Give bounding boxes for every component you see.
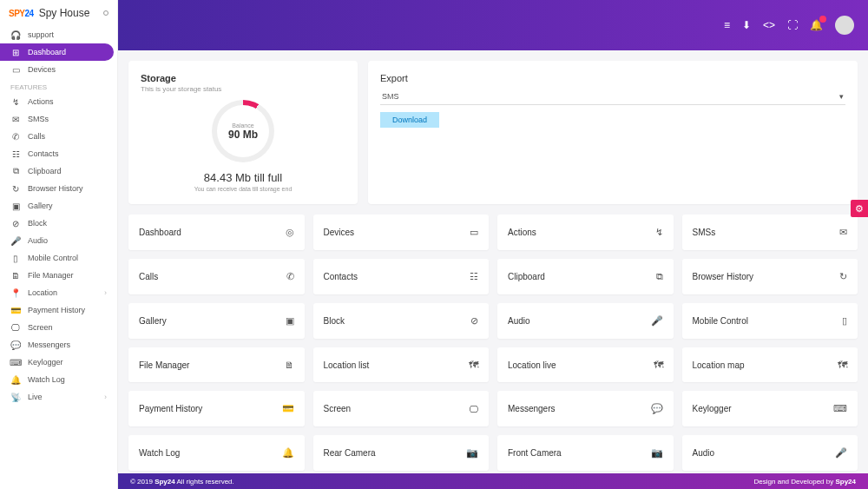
devices-icon: ▭ — [10, 64, 21, 75]
download-icon[interactable]: ⬇ — [742, 19, 751, 31]
chevron-right-icon: › — [104, 288, 107, 297]
actions-icon: ↯ — [655, 227, 663, 238]
sidebar-item-calls[interactable]: ✆Calls — [0, 128, 117, 145]
tile-label: Actions — [508, 228, 536, 237]
tile-actions[interactable]: Actions↯ — [497, 215, 674, 250]
sidebar-item-clipboard[interactable]: ⧉Clipboard — [0, 162, 117, 180]
clipboard-icon: ⧉ — [656, 271, 663, 282]
sidebar-item-messengers[interactable]: 💬Messengers — [0, 336, 117, 354]
location-icon: 📍 — [10, 287, 21, 298]
sidebar-item-support[interactable]: 🎧 support — [0, 26, 117, 43]
smss-icon: ✉ — [10, 114, 21, 124]
sidebar-item-keylogger[interactable]: ⌨Keylogger — [0, 354, 117, 371]
tile-label: Watch Log — [139, 448, 180, 458]
rear-camera-icon: 📷 — [466, 447, 478, 459]
gear-icon: ⚙ — [855, 203, 864, 215]
sidebar-item-smss[interactable]: ✉SMSs — [0, 110, 117, 128]
footer-right: Design and Developed by Spy24 — [754, 478, 856, 486]
sidebar-item-screen[interactable]: 🖵Screen — [0, 319, 117, 336]
bell-icon[interactable]: 🔔 — [810, 19, 823, 31]
avatar[interactable] — [835, 16, 854, 35]
settings-fab[interactable]: ⚙ — [851, 200, 868, 217]
tile-label: Dashboard — [139, 228, 181, 237]
sidebar-item-contacts[interactable]: ☷Contacts — [0, 145, 117, 162]
tile-screen[interactable]: Screen🖵 — [313, 391, 490, 426]
storage-card: Storage This is your storage status Bala… — [128, 61, 358, 204]
tile-watch-log[interactable]: Watch Log🔔 — [128, 435, 305, 471]
tile-label: Payment History — [139, 404, 202, 413]
sidebar-item-label: Watch Log — [28, 375, 65, 384]
sidebar-item-browser-history[interactable]: ↻Browser History — [0, 180, 117, 197]
tile-block[interactable]: Block⊘ — [313, 303, 490, 339]
sidebar-section-features: FEATURES — [0, 78, 117, 93]
export-card: Export SMS ▾ Download — [368, 61, 858, 204]
export-select[interactable]: SMS ▾ — [380, 89, 845, 105]
fullscreen-icon[interactable]: ⛶ — [787, 19, 798, 31]
tile-location-list[interactable]: Location list🗺 — [313, 347, 490, 382]
tile-file-manager[interactable]: File Manager🗎 — [128, 347, 305, 382]
dashboard-icon: ⊞ — [10, 47, 21, 57]
tile-label: Keylogger — [693, 404, 732, 413]
tile-audio[interactable]: Audio🎤 — [682, 435, 858, 471]
tile-smss[interactable]: SMSs✉ — [682, 215, 858, 250]
tile-devices[interactable]: Devices▭ — [313, 215, 490, 250]
tile-calls[interactable]: Calls✆ — [128, 259, 305, 294]
calls-icon: ✆ — [286, 271, 294, 282]
sidebar-item-label: Mobile Control — [28, 254, 78, 262]
flag-icon[interactable]: ≡ — [724, 19, 730, 31]
tile-gallery[interactable]: Gallery▣ — [128, 303, 305, 339]
sidebar-item-location[interactable]: 📍Location› — [0, 284, 117, 301]
sidebar-item-actions[interactable]: ↯Actions — [0, 93, 117, 110]
location-live-icon: 🗺 — [654, 360, 663, 370]
tile-browser-history[interactable]: Browser History↻ — [682, 259, 858, 294]
tile-keylogger[interactable]: Keylogger⌨ — [682, 391, 858, 426]
dashboard-icon: ◎ — [286, 227, 294, 238]
tile-clipboard[interactable]: Clipboard⧉ — [497, 259, 674, 294]
chevron-right-icon: › — [104, 393, 107, 401]
sidebar-item-devices[interactable]: ▭Devices — [0, 61, 117, 78]
tile-label: Screen — [324, 404, 352, 413]
block-icon: ⊘ — [470, 315, 478, 327]
sidebar-item-live[interactable]: 📡Live› — [0, 388, 117, 406]
tile-dashboard[interactable]: Dashboard◎ — [128, 215, 305, 250]
tile-location-map[interactable]: Location map🗺 — [682, 347, 858, 382]
tile-payment-history[interactable]: Payment History💳 — [128, 391, 305, 426]
tile-label: Block — [324, 316, 345, 326]
sidebar-item-watch-log[interactable]: 🔔Watch Log — [0, 371, 117, 388]
gallery-icon: ▣ — [10, 201, 21, 211]
sidebar-item-dashboard[interactable]: ⊞Dashboard — [0, 43, 114, 61]
sidebar-item-payment-history[interactable]: 💳Payment History — [0, 301, 117, 319]
gallery-icon: ▣ — [286, 315, 294, 327]
sidebar-item-label: Block — [28, 219, 47, 228]
sidebar-item-label: Keylogger — [28, 358, 63, 367]
sidebar-item-mobile-control[interactable]: ▯Mobile Control — [0, 249, 117, 267]
contacts-icon: ☷ — [470, 271, 478, 282]
tile-front-camera[interactable]: Front Camera📷 — [497, 435, 674, 471]
tile-contacts[interactable]: Contacts☷ — [313, 259, 490, 294]
tile-mobile-control[interactable]: Mobile Control▯ — [682, 303, 858, 339]
tile-label: Mobile Control — [693, 316, 748, 326]
collapse-icon[interactable] — [103, 10, 108, 16]
code-icon[interactable]: <> — [763, 19, 775, 31]
file-manager-icon: 🗎 — [10, 270, 21, 281]
sidebar-item-label: Calls — [28, 132, 45, 141]
sidebar: SPY24 Spy House 🎧 support ⊞Dashboard▭Dev… — [0, 0, 118, 489]
tile-location-live[interactable]: Location live🗺 — [497, 347, 674, 382]
actions-icon: ↯ — [10, 96, 21, 107]
logo-row[interactable]: SPY24 Spy House — [0, 0, 117, 26]
sidebar-item-label: Screen — [28, 323, 53, 332]
tile-messengers[interactable]: Messengers💬 — [497, 391, 674, 426]
tile-audio[interactable]: Audio🎤 — [497, 303, 674, 339]
watch-log-icon: 🔔 — [282, 447, 294, 459]
audio-icon: 🎤 — [651, 315, 663, 327]
sidebar-item-gallery[interactable]: ▣Gallery — [0, 197, 117, 215]
download-button[interactable]: Download — [380, 112, 439, 128]
storage-title: Storage — [141, 73, 345, 83]
logo-icon: SPY24 — [9, 9, 34, 18]
tile-rear-camera[interactable]: Rear Camera📷 — [313, 435, 490, 471]
sidebar-item-block[interactable]: ⊘Block — [0, 215, 117, 232]
sidebar-item-audio[interactable]: 🎤Audio — [0, 232, 117, 249]
sidebar-item-label: Dashboard — [28, 48, 66, 56]
sidebar-item-file-manager[interactable]: 🗎File Manager — [0, 267, 117, 284]
till-full-text: 84.43 Mb till full — [204, 171, 282, 184]
